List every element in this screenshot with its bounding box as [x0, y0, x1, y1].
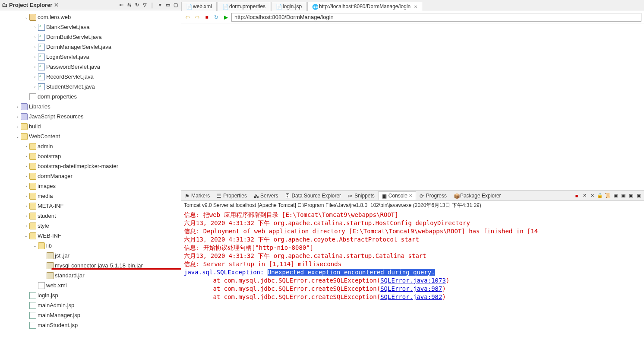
forward-button[interactable]: ⇨: [193, 13, 201, 21]
back-button[interactable]: ⇦: [184, 13, 192, 21]
tree-item[interactable]: ›PasswordServlet.java: [0, 62, 181, 72]
tree-item[interactable]: ›bootstrap-datetimepicker-master: [0, 161, 181, 171]
tree-item[interactable]: standard.jar: [0, 270, 181, 280]
bottom-tab-progress[interactable]: ⟳Progress: [416, 192, 450, 200]
tree-item[interactable]: ›BlankServlet.java: [0, 22, 181, 32]
tree-item[interactable]: ›dormManager: [0, 171, 181, 181]
tree-twist-icon[interactable]: ›: [32, 35, 38, 39]
tree-twist-icon[interactable]: ›: [23, 174, 29, 178]
console-toolbar-button[interactable]: ■: [573, 192, 580, 199]
tree-twist-icon[interactable]: ›: [32, 45, 38, 49]
source-link[interactable]: SQLError.java:1073: [380, 277, 446, 284]
bottom-tab-console[interactable]: ▣Console ✕: [378, 191, 416, 200]
console-toolbar-button[interactable]: ▣: [612, 192, 619, 199]
tree-item[interactable]: ⌄com.lero.web: [0, 12, 181, 22]
tree-item[interactable]: ›style: [0, 221, 181, 231]
editor-tab[interactable]: 📄web.xml: [181, 2, 217, 11]
browser-body[interactable]: [181, 23, 644, 190]
tree-twist-icon[interactable]: ›: [32, 85, 38, 89]
tree-twist-icon[interactable]: ›: [23, 214, 29, 218]
console-toolbar-button[interactable]: ▣: [635, 192, 642, 199]
console-toolbar-button[interactable]: 📜: [604, 192, 611, 199]
view-menu-icon[interactable]: ▾: [157, 2, 164, 9]
tree-twist-icon[interactable]: ⌄: [15, 134, 21, 139]
console-toolbar-button[interactable]: ▣: [628, 192, 635, 199]
stop-button[interactable]: ■: [203, 13, 211, 21]
close-icon[interactable]: ✕: [414, 4, 417, 9]
tree-twist-icon[interactable]: ›: [23, 164, 29, 168]
link-editor-icon[interactable]: ⇆: [126, 2, 133, 9]
view-close-x[interactable]: ✕: [54, 2, 59, 8]
editor-tab[interactable]: 📄dorm.properties: [218, 2, 270, 11]
folder-open-icon: [29, 143, 36, 150]
tree-twist-icon[interactable]: ›: [23, 194, 29, 198]
tree-twist-icon[interactable]: ›: [15, 124, 21, 129]
tree-item[interactable]: mysql-connector-java-5.1.18-bin.jar: [0, 261, 181, 270]
tree-item[interactable]: ›RecordServlet.java: [0, 72, 181, 82]
project-tree[interactable]: ⌄com.lero.web›BlankServlet.java›DormBuil…: [0, 10, 181, 337]
tree-twist-icon[interactable]: ⌄: [32, 244, 38, 248]
tree-item[interactable]: ⌄WebContent: [0, 131, 181, 141]
tree-twist-icon[interactable]: ›: [23, 144, 29, 149]
source-link[interactable]: SQLError.java:982: [380, 293, 442, 300]
exception-link[interactable]: java.sql.SQLException: [184, 269, 260, 276]
tree-item[interactable]: ⌄WEB-INF: [0, 231, 181, 241]
tree-item[interactable]: ›DormBuildServlet.java: [0, 32, 181, 42]
tree-twist-icon[interactable]: ›: [23, 154, 29, 159]
tree-item[interactable]: mainAdmin.jsp: [0, 300, 181, 310]
tree-item[interactable]: jstl.jar: [0, 251, 181, 261]
console-toolbar-button[interactable]: ✕: [581, 192, 588, 199]
bottom-tab-data-source-explorer[interactable]: 🗄Data Source Explorer: [281, 192, 344, 200]
close-icon[interactable]: ✕: [409, 193, 412, 198]
console-toolbar-button[interactable]: 🔒: [597, 192, 603, 199]
editor-tab[interactable]: 📄login.jsp: [271, 2, 306, 11]
tree-twist-icon[interactable]: ›: [32, 25, 38, 29]
tree-item[interactable]: ›Libraries: [0, 102, 181, 111]
refresh-button[interactable]: ↻: [212, 13, 220, 21]
tree-item[interactable]: login.jsp: [0, 290, 181, 300]
tree-item[interactable]: web.xml: [0, 280, 181, 290]
collapse-all-icon[interactable]: ⇤: [118, 2, 125, 9]
bottom-tab-servers[interactable]: 🖧Servers: [250, 192, 281, 200]
bottom-tab-snippets[interactable]: ✂Snippets: [344, 192, 378, 200]
tree-twist-icon[interactable]: ›: [23, 224, 29, 228]
tree-item[interactable]: ›bootstrap: [0, 151, 181, 161]
tree-twist-icon[interactable]: ⌄: [23, 15, 29, 19]
bottom-tab-package-explorer[interactable]: 📦Package Explorer: [450, 192, 505, 200]
tree-twist-icon[interactable]: ›: [32, 55, 38, 59]
editor-tab[interactable]: 🌐http://localhost:8080/DormManage/login✕: [307, 2, 422, 11]
tree-item[interactable]: ›JavaScript Resources: [0, 111, 181, 121]
tree-twist-icon[interactable]: ›: [15, 105, 21, 109]
console-toolbar-button[interactable]: ▣: [620, 192, 627, 199]
tree-item[interactable]: ⌄lib: [0, 241, 181, 251]
bottom-tab-properties[interactable]: ☰Properties: [213, 192, 250, 200]
filter-icon[interactable]: ▽: [141, 2, 148, 9]
tree-item[interactable]: ›student: [0, 211, 181, 221]
refresh-icon[interactable]: ↻: [133, 2, 140, 9]
tree-item[interactable]: ›META-INF: [0, 201, 181, 211]
bottom-tab-markers[interactable]: ⚑Markers: [181, 192, 213, 200]
go-button[interactable]: ▶: [222, 13, 230, 21]
url-field[interactable]: http://localhost:8080/DormManage/login: [231, 13, 641, 22]
tree-item[interactable]: ›DormManagerServlet.java: [0, 42, 181, 52]
tree-item[interactable]: ›LoginServlet.java: [0, 52, 181, 62]
tree-item[interactable]: dorm.properties: [0, 92, 181, 102]
tree-item[interactable]: ›admin: [0, 141, 181, 151]
tree-twist-icon[interactable]: ⌄: [23, 234, 29, 238]
tree-item[interactable]: mainManager.jsp: [0, 310, 181, 320]
tree-twist-icon[interactable]: ›: [32, 65, 38, 69]
console-toolbar-button[interactable]: ✕: [589, 192, 596, 199]
tree-twist-icon[interactable]: ›: [32, 75, 38, 79]
console-output[interactable]: 信息: 把web 应用程序部署到目录 [E:\Tomcat\Tomcat9\we…: [181, 210, 644, 337]
tree-twist-icon[interactable]: ›: [15, 114, 21, 119]
source-link[interactable]: SQLError.java:987: [380, 285, 442, 292]
maximize-icon[interactable]: ▢: [172, 2, 179, 9]
tree-item[interactable]: ›images: [0, 181, 181, 191]
tree-item[interactable]: ›media: [0, 191, 181, 201]
tree-twist-icon[interactable]: ›: [23, 204, 29, 208]
minimize-icon[interactable]: ▭: [164, 2, 171, 9]
tree-twist-icon[interactable]: ›: [23, 184, 29, 188]
tree-item[interactable]: mainStudent.jsp: [0, 320, 181, 330]
tree-item[interactable]: ›StudentServlet.java: [0, 82, 181, 92]
tree-item[interactable]: ›build: [0, 121, 181, 131]
